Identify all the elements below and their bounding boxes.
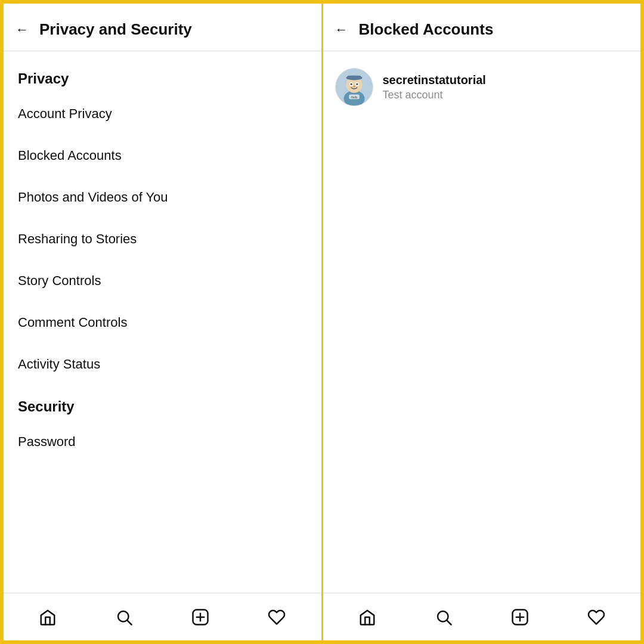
- right-back-button[interactable]: ←: [335, 22, 348, 38]
- menu-item-story-controls[interactable]: Story Controls: [4, 260, 321, 302]
- left-nav-add[interactable]: [188, 605, 213, 630]
- svg-point-14: [353, 86, 355, 88]
- left-nav-home[interactable]: [35, 605, 60, 630]
- privacy-security-panel: ← Privacy and Security Privacy Account P…: [4, 4, 323, 640]
- avatar-image: Hello: [336, 68, 373, 106]
- heart-icon: [587, 608, 605, 626]
- right-nav-home[interactable]: [355, 605, 380, 630]
- left-bottom-nav: [4, 593, 321, 640]
- menu-item-comment-controls[interactable]: Comment Controls: [4, 302, 321, 343]
- right-nav-search[interactable]: [431, 605, 456, 630]
- search-icon: [435, 608, 453, 626]
- home-icon: [39, 608, 57, 626]
- svg-point-12: [350, 83, 352, 85]
- right-nav-add[interactable]: [507, 605, 532, 630]
- svg-text:Hello: Hello: [351, 96, 357, 99]
- left-back-button[interactable]: ←: [16, 22, 29, 38]
- heart-icon: [268, 608, 286, 626]
- menu-item-account-privacy[interactable]: Account Privacy: [4, 93, 321, 135]
- svg-point-13: [356, 83, 358, 85]
- menu-item-photos-videos[interactable]: Photos and Videos of You: [4, 177, 321, 218]
- right-nav-heart[interactable]: [584, 605, 609, 630]
- blocked-account-info: secretinstatutorial Test account: [383, 73, 486, 101]
- avatar: Hello: [335, 68, 373, 106]
- search-icon: [115, 608, 133, 626]
- menu-item-activity-status[interactable]: Activity Status: [4, 343, 321, 385]
- add-icon: [511, 608, 529, 626]
- menu-item-password[interactable]: Password: [4, 421, 321, 463]
- left-nav-search[interactable]: [112, 605, 137, 630]
- home-icon: [358, 608, 376, 626]
- menu-item-blocked-accounts[interactable]: Blocked Accounts: [4, 135, 321, 177]
- right-panel-header: ← Blocked Accounts: [323, 4, 641, 51]
- privacy-section-header: Privacy: [4, 57, 321, 93]
- blocked-account-item[interactable]: Hello secretinstatutorial Test account: [323, 57, 641, 117]
- right-bottom-nav: [323, 593, 641, 640]
- svg-line-18: [447, 620, 451, 624]
- left-panel-header: ← Privacy and Security: [4, 4, 321, 51]
- left-nav-heart[interactable]: [264, 605, 289, 630]
- blocked-username: secretinstatutorial: [383, 73, 486, 87]
- add-icon: [191, 608, 209, 626]
- security-section-header: Security: [4, 385, 321, 421]
- svg-rect-9: [347, 76, 361, 79]
- blocked-bio: Test account: [383, 89, 486, 101]
- menu-item-resharing[interactable]: Resharing to Stories: [4, 218, 321, 260]
- svg-line-1: [128, 620, 132, 624]
- blocked-accounts-panel: ← Blocked Accounts: [323, 4, 641, 640]
- left-panel-title: Privacy and Security: [39, 20, 192, 39]
- blocked-list: Hello secretinstatutorial Test account: [323, 51, 641, 593]
- privacy-menu-list: Privacy Account Privacy Blocked Accounts…: [4, 51, 321, 593]
- right-panel-title: Blocked Accounts: [359, 20, 494, 39]
